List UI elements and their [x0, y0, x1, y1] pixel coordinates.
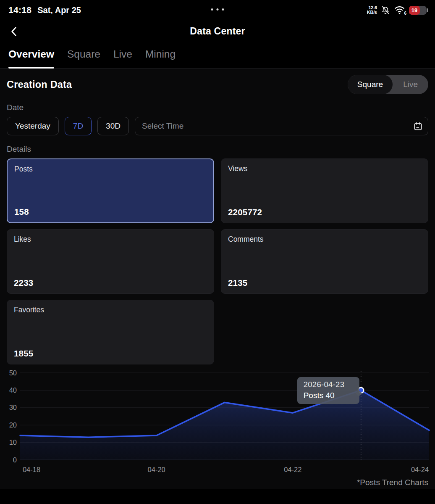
select-time-input[interactable]: [141, 121, 413, 131]
back-button[interactable]: [7, 24, 21, 40]
date-range-buttons: Yesterday7D30D: [7, 117, 129, 135]
battery-icon: 19: [409, 6, 427, 15]
tab-square[interactable]: Square: [67, 45, 100, 68]
y-axis-tick-label: 40: [9, 386, 17, 394]
y-axis-tick-label: 10: [9, 438, 17, 446]
notch-ellipsis: [211, 8, 224, 11]
page-header: Data Center: [0, 20, 435, 42]
wifi-icon: 6: [394, 5, 405, 15]
stat-card-likes[interactable]: Likes2233: [7, 229, 214, 294]
status-time: 14:18: [8, 5, 31, 15]
wifi-generation-label: 6: [404, 11, 406, 16]
tooltip-value: Posts 40: [304, 391, 353, 400]
creation-data-header: Creation Data SquareLive: [7, 69, 428, 94]
x-axis-tick-label: 04-22: [284, 466, 301, 473]
trend-chart-svg[interactable]: 0102030405004-1804-2004-2204-24: [0, 369, 435, 475]
page-title: Data Center: [0, 26, 435, 37]
chart-tooltip: 2026-04-23 Posts 40: [297, 377, 359, 404]
stat-card-comments[interactable]: Comments2135: [221, 229, 428, 294]
details-section-label: Details: [7, 145, 428, 154]
stat-card-value: 158: [14, 207, 29, 217]
tooltip-date: 2026-04-23: [304, 380, 353, 389]
status-bar: 14:18 Sat, Apr 25 12.6 KB/s 6: [0, 0, 435, 20]
date-button-30d[interactable]: 30D: [97, 117, 129, 135]
battery-nub: [427, 8, 428, 12]
x-axis-tick-label: 04-20: [148, 466, 165, 473]
top-tabs: OverviewSquareLiveMining: [0, 45, 435, 69]
x-axis-tick-label: 04-18: [23, 466, 40, 473]
status-date: Sat, Apr 25: [37, 5, 81, 15]
posts-trend-chart[interactable]: 0102030405004-1804-2004-2204-24 2026-04-…: [0, 369, 435, 475]
date-filter-row: Yesterday7D30D: [7, 117, 428, 135]
status-icons: 12.6 KB/s 6 19: [367, 5, 427, 15]
date-section-label: Date: [7, 103, 428, 112]
stat-card-label: Likes: [14, 235, 207, 244]
section-title: Creation Data: [7, 79, 72, 90]
ellipsis-dot: [217, 8, 219, 11]
date-button-yesterday[interactable]: Yesterday: [7, 117, 59, 135]
network-speed: 12.6 KB/s: [367, 5, 377, 15]
stat-card-label: Posts: [14, 165, 207, 174]
stat-card-label: Comments: [228, 235, 421, 244]
bottom-gesture-band: [0, 493, 435, 504]
status-time-date: 14:18 Sat, Apr 25: [8, 5, 81, 15]
date-button-7d[interactable]: 7D: [65, 117, 92, 135]
select-time-field[interactable]: [135, 117, 428, 135]
ellipsis-dot: [211, 8, 213, 11]
toggle-option-live[interactable]: Live: [393, 75, 428, 94]
battery-level: 19: [409, 6, 420, 15]
stat-card-label: Views: [228, 164, 421, 173]
chart-footnote: *Posts Trend Charts: [7, 478, 428, 487]
stat-card-value: 2205772: [228, 207, 262, 217]
stat-card-favorites[interactable]: Favorites1855: [7, 300, 214, 364]
stat-card-value: 2233: [14, 278, 33, 288]
stats-cards-grid: Posts158Views2205772Likes2233Comments213…: [7, 158, 428, 364]
network-speed-unit: KB/s: [367, 10, 377, 15]
toggle-option-square[interactable]: Square: [348, 75, 393, 94]
calendar-icon: [413, 121, 423, 131]
ellipsis-dot: [222, 8, 224, 11]
tab-overview[interactable]: Overview: [8, 45, 54, 68]
stat-card-views[interactable]: Views2205772: [221, 158, 428, 223]
tab-mining[interactable]: Mining: [145, 45, 176, 68]
tab-live[interactable]: Live: [113, 45, 132, 68]
y-axis-tick-label: 50: [9, 369, 17, 377]
calendar-button[interactable]: [413, 121, 423, 131]
back-chevron-icon: [8, 25, 19, 38]
y-axis-tick-label: 30: [9, 404, 17, 411]
content-area: Creation Data SquareLive Date Yesterday7…: [0, 69, 435, 489]
stat-card-posts[interactable]: Posts158: [7, 158, 214, 223]
y-axis-tick-label: 0: [13, 456, 17, 464]
x-axis-tick-label: 04-24: [411, 466, 429, 473]
stat-card-value: 1855: [14, 348, 33, 359]
y-axis-tick-label: 20: [9, 421, 17, 429]
square-live-toggle[interactable]: SquareLive: [348, 75, 428, 94]
stat-card-value: 2135: [228, 278, 247, 288]
stat-card-label: Favorites: [14, 306, 207, 314]
mute-bell-icon: [381, 5, 390, 15]
